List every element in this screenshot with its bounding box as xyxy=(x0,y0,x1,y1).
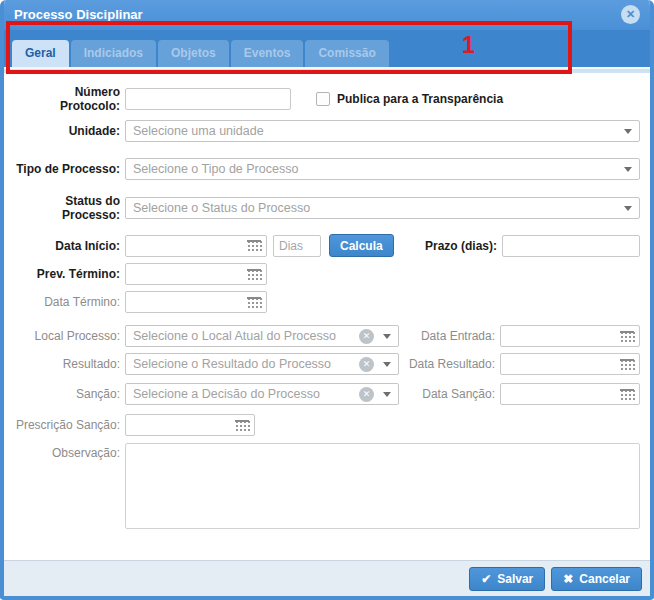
unidade-select[interactable]: Selecione uma unidade xyxy=(125,120,640,142)
sancao-placeholder: Selecione a Decisão do Processo xyxy=(133,387,351,401)
prev-termino-label: Prev. Término: xyxy=(14,267,120,281)
tipo-processo-placeholder: Selecione o Tipo de Processo xyxy=(133,162,615,176)
observacao-textarea[interactable] xyxy=(125,443,640,529)
sancao-label: Sanção: xyxy=(14,387,120,401)
tab-geral[interactable]: Geral xyxy=(12,40,69,67)
calendar-icon[interactable] xyxy=(246,239,262,252)
unidade-placeholder: Selecione uma unidade xyxy=(133,124,615,138)
observacao-label: Observação: xyxy=(14,443,120,460)
unidade-label: Unidade: xyxy=(14,124,120,138)
calendar-icon[interactable] xyxy=(246,296,262,309)
clear-icon[interactable]: ✕ xyxy=(359,357,374,372)
prev-termino-input[interactable] xyxy=(125,263,267,285)
tab-eventos[interactable]: Eventos xyxy=(231,40,304,67)
chevron-down-icon[interactable] xyxy=(624,129,632,134)
data-sancao-label: Data Sanção: xyxy=(399,387,495,401)
save-button[interactable]: ✔ Salvar xyxy=(469,567,545,591)
chevron-down-icon[interactable] xyxy=(383,362,391,367)
tab-objetos[interactable]: Objetos xyxy=(158,40,229,67)
calcula-button[interactable]: Calcula xyxy=(329,234,394,257)
tipo-processo-label: Tipo de Processo: xyxy=(14,162,120,176)
status-processo-label: Status do Processo: xyxy=(14,194,120,222)
prazo-dias-label: Prazo (dias): xyxy=(394,239,497,253)
prescricao-sancao-input[interactable] xyxy=(125,414,255,436)
data-resultado-input[interactable] xyxy=(500,353,640,375)
processo-disciplinar-dialog: Processo Disciplinar ✕ Geral Indiciados … xyxy=(0,0,654,600)
status-processo-select[interactable]: Selecione o Status do Processo xyxy=(125,197,640,219)
data-inicio-input[interactable] xyxy=(125,235,267,257)
footer-bar: ✔ Salvar ✖ Cancelar xyxy=(4,560,650,596)
cancel-button-label: Cancelar xyxy=(579,572,630,586)
publica-transparencia-checkbox[interactable] xyxy=(316,92,330,106)
local-processo-select[interactable]: Selecione o Local Atual do Processo ✕ xyxy=(125,325,399,347)
data-termino-input[interactable] xyxy=(125,291,267,313)
numero-protocolo-label: Número Protocolo: xyxy=(14,85,120,113)
resultado-label: Resultado: xyxy=(14,357,120,371)
dialog-title: Processo Disciplinar xyxy=(14,7,143,22)
clear-icon[interactable]: ✕ xyxy=(359,329,374,344)
tipo-processo-select[interactable]: Selecione o Tipo de Processo xyxy=(125,158,640,180)
resultado-placeholder: Selecione o Resultado do Processo xyxy=(133,357,351,371)
chevron-down-icon[interactable] xyxy=(624,167,632,172)
publica-transparencia-label: Publica para a Transparência xyxy=(337,92,503,106)
check-icon: ✔ xyxy=(481,573,491,585)
prescricao-sancao-label: Prescrição Sanção: xyxy=(14,418,120,432)
chevron-down-icon[interactable] xyxy=(383,334,391,339)
tab-comissao[interactable]: Comissão xyxy=(305,40,388,67)
calendar-icon[interactable] xyxy=(234,419,250,432)
resultado-select[interactable]: Selecione o Resultado do Processo ✕ xyxy=(125,353,399,375)
sancao-select[interactable]: Selecione a Decisão do Processo ✕ xyxy=(125,383,399,405)
status-processo-placeholder: Selecione o Status do Processo xyxy=(133,201,615,215)
data-entrada-label: Data Entrada: xyxy=(399,329,495,343)
title-bar: Processo Disciplinar ✕ xyxy=(4,0,650,30)
close-icon[interactable]: ✕ xyxy=(621,5,640,24)
numero-protocolo-input[interactable] xyxy=(125,88,291,110)
data-termino-label: Data Término: xyxy=(14,295,120,309)
local-processo-label: Local Processo: xyxy=(14,329,120,343)
save-button-label: Salvar xyxy=(497,572,533,586)
tab-indiciados[interactable]: Indiciados xyxy=(71,40,156,67)
form-content: Número Protocolo: Publica para a Transpa… xyxy=(4,73,650,560)
data-sancao-input[interactable] xyxy=(500,383,640,405)
data-entrada-input[interactable] xyxy=(500,325,640,347)
tab-bar: Geral Indiciados Objetos Eventos Comissã… xyxy=(4,30,650,67)
chevron-down-icon[interactable] xyxy=(624,206,632,211)
data-resultado-label: Data Resultado: xyxy=(399,357,495,371)
clear-icon[interactable]: ✕ xyxy=(359,387,374,402)
calendar-icon[interactable] xyxy=(619,388,635,401)
calendar-icon[interactable] xyxy=(246,268,262,281)
local-processo-placeholder: Selecione o Local Atual do Processo xyxy=(133,329,351,343)
prazo-dias-input[interactable] xyxy=(502,235,640,257)
cancel-button[interactable]: ✖ Cancelar xyxy=(551,567,642,591)
calendar-icon[interactable] xyxy=(619,358,635,371)
calendar-icon[interactable] xyxy=(619,330,635,343)
dias-input[interactable] xyxy=(273,235,321,257)
chevron-down-icon[interactable] xyxy=(383,392,391,397)
x-icon: ✖ xyxy=(563,573,573,585)
data-inicio-label: Data Início: xyxy=(14,239,120,253)
